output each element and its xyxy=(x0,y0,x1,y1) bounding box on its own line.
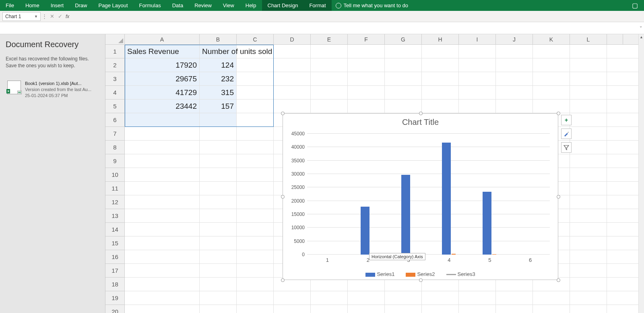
cell-A11[interactable] xyxy=(125,182,200,195)
cell-B12[interactable] xyxy=(200,195,237,209)
cell-B11[interactable] xyxy=(200,182,237,195)
chart-title[interactable]: Chart Title xyxy=(283,118,558,127)
cell-G19[interactable] xyxy=(385,291,422,305)
tell-me-search[interactable]: Tell me what you want to do xyxy=(336,2,408,8)
cell-C18[interactable] xyxy=(237,278,274,291)
chart-resize-handle[interactable] xyxy=(281,278,285,282)
legend-item-series3[interactable]: Series3 xyxy=(446,271,475,277)
cell-C9[interactable] xyxy=(237,154,274,168)
row-header-12[interactable]: 12 xyxy=(105,195,124,209)
row-headers[interactable]: 12345678910111213141516171819202122 xyxy=(105,45,125,313)
row-header-19[interactable]: 19 xyxy=(105,291,124,305)
ribbon-tab-help[interactable]: Help xyxy=(240,0,262,11)
cell-C3[interactable] xyxy=(237,72,274,85)
cell-K19[interactable] xyxy=(533,291,570,305)
column-headers[interactable]: ABCDEFGHIJKL xyxy=(125,34,638,45)
cell-H3[interactable] xyxy=(422,72,459,85)
ribbon-tab-page-layout[interactable]: Page Layout xyxy=(93,0,134,11)
ribbon-tab-formulas[interactable]: Formulas xyxy=(134,0,167,11)
row-header-8[interactable]: 8 xyxy=(105,141,124,154)
col-header-K[interactable]: K xyxy=(533,34,570,44)
cell-B3[interactable]: 232 xyxy=(200,72,237,85)
cell-A3[interactable]: 29675 xyxy=(125,72,200,85)
cell-L16[interactable] xyxy=(570,250,607,263)
cell-B1[interactable]: Number of units sold xyxy=(200,45,237,58)
cell-K3[interactable] xyxy=(533,72,570,85)
cell-H2[interactable] xyxy=(422,58,459,72)
cell-A1[interactable]: Sales Revenue xyxy=(125,45,200,58)
cell-L12[interactable] xyxy=(570,195,607,209)
cell-H19[interactable] xyxy=(422,291,459,305)
cell-F1[interactable] xyxy=(348,45,385,58)
cell-D2[interactable] xyxy=(274,58,311,72)
ribbon-tab-review[interactable]: Review xyxy=(189,0,217,11)
bar-series1[interactable] xyxy=(483,192,491,255)
cell-C19[interactable] xyxy=(237,291,274,305)
cell-A8[interactable] xyxy=(125,141,200,154)
cell-E20[interactable] xyxy=(311,305,348,313)
col-header-E[interactable]: E xyxy=(311,34,348,44)
cell-G2[interactable] xyxy=(385,58,422,72)
row-header-3[interactable]: 3 xyxy=(105,72,124,86)
row-header-6[interactable]: 6 xyxy=(105,113,124,127)
cell-A15[interactable] xyxy=(125,236,200,250)
ribbon-tab-view[interactable]: View xyxy=(217,0,240,11)
cell-L5[interactable] xyxy=(570,99,607,113)
cell-I2[interactable] xyxy=(459,58,496,72)
cell-L18[interactable] xyxy=(570,278,607,291)
scroll-up-icon[interactable]: ▲ xyxy=(639,34,644,40)
cell-L2[interactable] xyxy=(570,58,607,72)
cell-G5[interactable] xyxy=(385,99,422,113)
cell-L11[interactable] xyxy=(570,182,607,195)
chevron-down-icon[interactable]: ▼ xyxy=(34,15,38,19)
row-header-15[interactable]: 15 xyxy=(105,236,124,250)
cell-I19[interactable] xyxy=(459,291,496,305)
col-header-I[interactable]: I xyxy=(459,34,496,44)
cell-C7[interactable] xyxy=(237,127,274,140)
cell-E2[interactable] xyxy=(311,58,348,72)
col-header-J[interactable]: J xyxy=(496,34,533,44)
cell-A5[interactable]: 23442 xyxy=(125,99,200,113)
ribbon-tab-chart-design[interactable]: Chart Design xyxy=(262,0,304,11)
legend-item-series2[interactable]: Series2 xyxy=(406,271,435,277)
col-header-A[interactable]: A xyxy=(125,34,200,44)
cell-F2[interactable] xyxy=(348,58,385,72)
col-header-H[interactable]: H xyxy=(422,34,459,44)
chart-resize-handle[interactable] xyxy=(557,278,560,282)
cell-C2[interactable] xyxy=(237,58,274,72)
row-header-10[interactable]: 10 xyxy=(105,168,124,182)
cell-K20[interactable] xyxy=(533,305,570,313)
col-header-B[interactable]: B xyxy=(200,34,237,44)
row-header-9[interactable]: 9 xyxy=(105,154,124,168)
cell-B5[interactable]: 157 xyxy=(200,99,237,113)
cell-F5[interactable] xyxy=(348,99,385,113)
cell-D3[interactable] xyxy=(274,72,311,85)
cell-C1[interactable] xyxy=(237,45,274,58)
ribbon-tab-file[interactable]: File xyxy=(0,0,20,11)
col-header-D[interactable]: D xyxy=(274,34,311,44)
row-header-13[interactable]: 13 xyxy=(105,209,124,223)
cell-G4[interactable] xyxy=(385,86,422,99)
cell-B6[interactable] xyxy=(200,113,237,126)
bar-series1[interactable] xyxy=(442,143,451,255)
cell-L6[interactable] xyxy=(570,113,607,126)
cell-A2[interactable]: 17920 xyxy=(125,58,200,72)
cell-C8[interactable] xyxy=(237,141,274,154)
cell-F4[interactable] xyxy=(348,86,385,99)
cell-L8[interactable] xyxy=(570,141,607,154)
cell-E19[interactable] xyxy=(311,291,348,305)
chart-styles-button[interactable] xyxy=(561,129,572,139)
cell-D1[interactable] xyxy=(274,45,311,58)
cell-A17[interactable] xyxy=(125,264,200,277)
cell-B2[interactable]: 124 xyxy=(200,58,237,72)
row-header-18[interactable]: 18 xyxy=(105,278,124,291)
cell-L9[interactable] xyxy=(570,154,607,168)
cell-C4[interactable] xyxy=(237,86,274,99)
cell-E3[interactable] xyxy=(311,72,348,85)
cell-A6[interactable] xyxy=(125,113,200,126)
cell-L15[interactable] xyxy=(570,236,607,250)
cell-B20[interactable] xyxy=(200,305,237,313)
cell-D20[interactable] xyxy=(274,305,311,313)
cell-L17[interactable] xyxy=(570,264,607,277)
col-header-C[interactable]: C xyxy=(237,34,274,44)
